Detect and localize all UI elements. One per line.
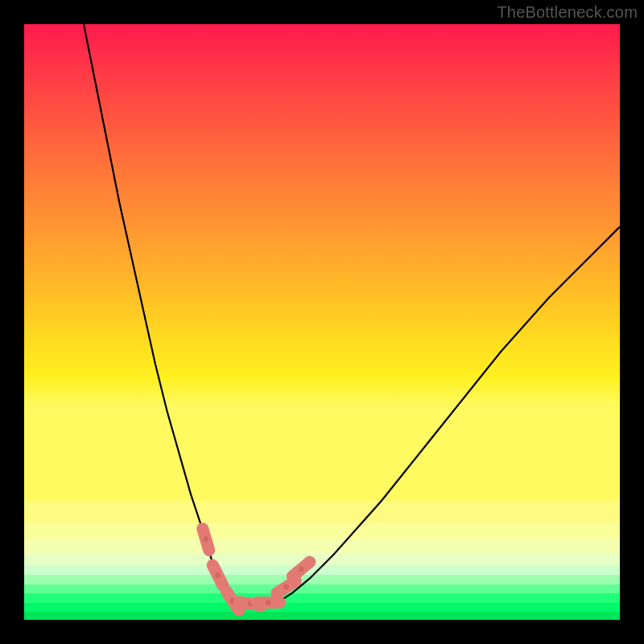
background-gradient-top	[24, 24, 620, 501]
chart-container: TheBottleneck.com	[0, 0, 644, 644]
background-gradient-bottom	[24, 501, 620, 620]
watermark-text: TheBottleneck.com	[497, 3, 638, 22]
plot-area	[24, 24, 620, 620]
